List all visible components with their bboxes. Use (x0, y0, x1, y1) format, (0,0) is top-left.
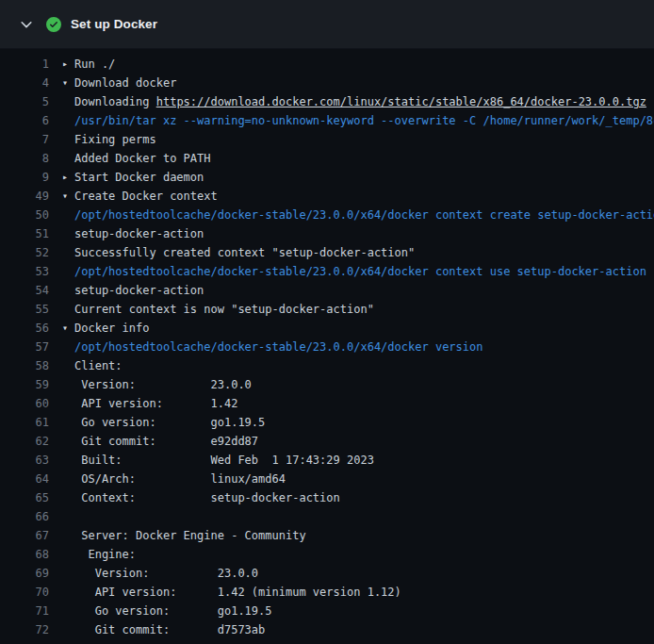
line-number[interactable]: 1 (0, 55, 49, 74)
log-line: 5Downloading https://download.docker.com… (0, 92, 654, 111)
plain-text: Added Docker to PATH (74, 152, 211, 165)
marker-spacer (62, 620, 74, 639)
line-text: Start Docker daemon (74, 168, 204, 187)
line-number[interactable]: 61 (0, 413, 49, 432)
group-collapsed-icon[interactable]: ▸ (62, 55, 74, 74)
line-number[interactable]: 67 (0, 526, 49, 545)
plain-text: OS/Arch: linux/amd64 (74, 472, 286, 486)
chevron-down-icon[interactable] (19, 17, 34, 32)
line-number[interactable]: 64 (0, 470, 49, 488)
line-text: Client: (74, 356, 123, 375)
line-number[interactable]: 4 (0, 74, 49, 92)
plain-text: Fixing perms (74, 133, 156, 146)
line-number[interactable]: 53 (0, 262, 49, 281)
log-line: 60 API version: 1.42 (0, 394, 654, 413)
marker-spacer (62, 206, 74, 224)
marker-spacer (62, 243, 74, 262)
marker-spacer (62, 356, 74, 375)
marker-spacer (62, 281, 74, 300)
line-number[interactable]: 57 (0, 338, 49, 356)
plain-text: setup-docker-action (74, 284, 204, 297)
plain-text: API version: 1.42 (74, 397, 237, 410)
line-text: Git commit: d7573ab (74, 620, 265, 639)
log-line: 59 Version: 23.0.0 (0, 375, 654, 394)
line-number[interactable]: 70 (0, 583, 49, 602)
plain-text: Download docker (74, 76, 176, 90)
line-number[interactable]: 66 (0, 507, 49, 526)
line-text: Server: Docker Engine - Community (74, 526, 306, 545)
log-group-line[interactable]: 1▸Run ./ (0, 55, 654, 74)
line-number[interactable]: 50 (0, 206, 49, 224)
line-text: Create Docker context (74, 187, 218, 206)
line-number[interactable]: 63 (0, 451, 49, 470)
line-text: API version: 1.42 (74, 394, 237, 413)
log-line: 70 API version: 1.42 (minimum version 1.… (0, 583, 654, 602)
plain-text: Server: Docker Engine - Community (74, 529, 306, 542)
log-group-line[interactable]: 56▾Docker info (0, 319, 654, 338)
log-line: 68 Engine: (0, 545, 654, 564)
log-link[interactable]: https://download.docker.com/linux/static… (156, 95, 646, 108)
marker-spacer (62, 262, 74, 281)
plain-text: Git commit: e92dd87 (74, 435, 258, 448)
line-number[interactable]: 58 (0, 356, 49, 375)
line-number[interactable]: 62 (0, 432, 49, 451)
line-text: Context: setup-docker-action (74, 488, 340, 507)
log-lines: 1▸Run ./4▾Download docker5Downloading ht… (0, 49, 654, 639)
line-number[interactable]: 59 (0, 375, 49, 394)
line-number[interactable]: 51 (0, 224, 49, 243)
plain-text: Built: Wed Feb 1 17:43:29 2023 (74, 454, 374, 467)
plain-text: Docker info (74, 322, 149, 335)
plain-text: Go version: go1.19.5 (74, 604, 272, 618)
log-group-line[interactable]: 49▾Create Docker context (0, 187, 654, 206)
line-number[interactable]: 60 (0, 394, 49, 413)
marker-spacer (62, 394, 74, 413)
line-number[interactable]: 69 (0, 564, 49, 583)
plain-text: Client: (74, 359, 123, 372)
line-text: setup-docker-action (74, 281, 204, 300)
marker-spacer (62, 451, 74, 470)
plain-text: Engine: (74, 548, 136, 561)
line-text: Docker info (74, 319, 149, 338)
line-text: Engine: (74, 545, 136, 564)
line-number[interactable]: 54 (0, 281, 49, 300)
plain-text: Go version: go1.19.5 (74, 416, 265, 429)
marker-spacer (62, 470, 74, 488)
group-collapsed-icon[interactable]: ▸ (62, 168, 74, 187)
line-number[interactable]: 68 (0, 545, 49, 564)
line-number[interactable]: 8 (0, 149, 49, 168)
marker-spacer (62, 111, 74, 130)
plain-text: Run ./ (74, 58, 115, 71)
group-expanded-icon[interactable]: ▾ (62, 319, 74, 338)
line-number[interactable]: 49 (0, 187, 49, 206)
marker-spacer (62, 545, 74, 564)
log-line: 50/opt/hostedtoolcache/docker-stable/23.… (0, 206, 654, 224)
command-text: /opt/hostedtoolcache/docker-stable/23.0.… (74, 265, 646, 278)
line-number[interactable]: 52 (0, 243, 49, 262)
line-text: Run ./ (74, 55, 115, 74)
line-text: Go version: go1.19.5 (74, 413, 265, 432)
line-number[interactable]: 9 (0, 168, 49, 187)
plain-text: Context: setup-docker-action (74, 491, 340, 504)
log-line: 53/opt/hostedtoolcache/docker-stable/23.… (0, 262, 654, 281)
marker-spacer (62, 413, 74, 432)
plain-text: API version: 1.42 (minimum version 1.12) (74, 586, 401, 599)
line-number[interactable]: 65 (0, 488, 49, 507)
group-expanded-icon[interactable]: ▾ (62, 74, 74, 92)
line-text: /opt/hostedtoolcache/docker-stable/23.0.… (74, 338, 482, 356)
line-number[interactable]: 5 (0, 92, 49, 111)
line-number[interactable]: 56 (0, 319, 49, 338)
line-number[interactable]: 55 (0, 300, 49, 319)
line-number[interactable]: 6 (0, 111, 49, 130)
line-text: Git commit: e92dd87 (74, 432, 258, 451)
line-number[interactable]: 72 (0, 620, 49, 639)
log-group-line[interactable]: 9▸Start Docker daemon (0, 168, 654, 187)
log-group-line[interactable]: 4▾Download docker (0, 74, 654, 92)
line-number[interactable]: 71 (0, 602, 49, 620)
line-text: API version: 1.42 (minimum version 1.12) (74, 583, 401, 602)
line-text: /opt/hostedtoolcache/docker-stable/23.0.… (74, 262, 646, 281)
group-expanded-icon[interactable]: ▾ (62, 187, 74, 206)
line-number[interactable]: 7 (0, 130, 49, 149)
step-header[interactable]: Set up Docker (0, 0, 654, 49)
line-text: setup-docker-action (74, 224, 204, 243)
command-text: /opt/hostedtoolcache/docker-stable/23.0.… (74, 208, 654, 222)
